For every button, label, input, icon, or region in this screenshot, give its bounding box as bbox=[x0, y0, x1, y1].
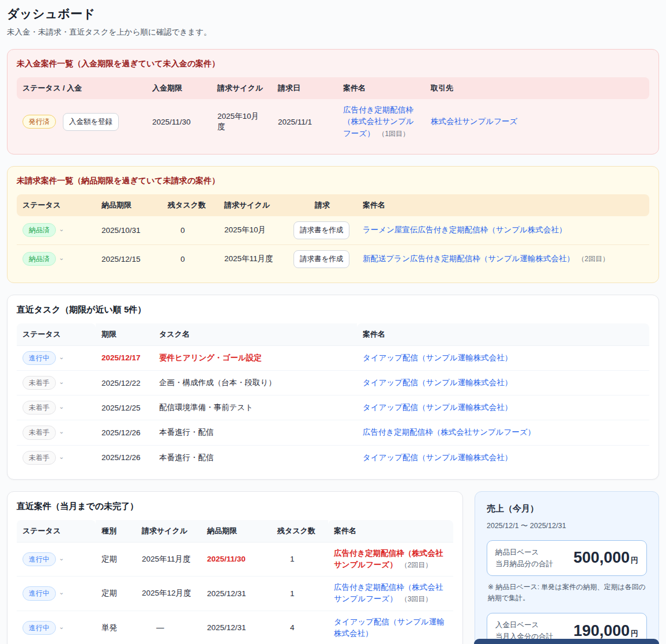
create-invoice-button[interactable]: 請求書を作成 bbox=[294, 221, 349, 239]
task-name: 要件ヒアリング・ゴール設定 bbox=[153, 345, 357, 370]
sales-card-label-total: 当月納品分の合計 bbox=[495, 558, 553, 570]
status-badge: 発行済 bbox=[22, 115, 56, 129]
col-header-delivery-due: 納品期限 bbox=[201, 520, 272, 543]
status-select[interactable]: 未着手 bbox=[22, 378, 64, 387]
project-link[interactable]: 新配送プラン広告付き定期配信枠（サンプル運輸株式会社） bbox=[363, 254, 574, 263]
task-name: 企画・構成作成（台本・段取り） bbox=[153, 370, 357, 395]
currency-unit: 円 bbox=[631, 556, 638, 564]
status-select[interactable]: 未着手 bbox=[22, 453, 64, 462]
status-badge: 未着手 bbox=[22, 376, 56, 390]
tasks-left-count: 4 bbox=[272, 611, 328, 644]
status-badge: 未着手 bbox=[22, 451, 56, 465]
task-name: 配信環境準備・事前テスト bbox=[153, 396, 357, 420]
status-select[interactable]: 未着手 bbox=[22, 403, 64, 412]
col-header-billing-cycle: 請求サイクル bbox=[212, 77, 272, 99]
table-row: 未着手 2025/12/25 配信環境準備・事前テスト タイアップ配信（サンプル… bbox=[17, 396, 649, 420]
status-badge: 未着手 bbox=[22, 425, 56, 439]
col-header-status: ステータス bbox=[17, 194, 96, 216]
table-row: 未着手 2025/12/26 本番進行・配信 広告付き定期配信枠（株式会社サンプ… bbox=[17, 420, 649, 445]
status-select[interactable]: 納品済 bbox=[22, 254, 64, 263]
chevron-down-icon bbox=[59, 255, 64, 263]
status-select[interactable]: 進行中 bbox=[22, 555, 64, 563]
sales-card-delivery-basis: 納品日ベース 当月納品分の合計 500,000円 bbox=[487, 540, 647, 576]
project-link[interactable]: 広告付き定期配信枠（株式会社サンプルフーズ） bbox=[363, 428, 535, 436]
project-link[interactable]: タイアップ配信（サンプル運輸株式会社） bbox=[363, 378, 512, 387]
register-payment-button[interactable]: 入金額を登録 bbox=[63, 113, 119, 131]
status-select[interactable]: 進行中 bbox=[22, 623, 64, 632]
table-row: 進行中 定期 2025年11月度 2025/11/30 1 広告付き定期配信枠（… bbox=[17, 542, 453, 577]
chevron-down-icon bbox=[59, 429, 64, 436]
task-name: 本番進行・配信 bbox=[153, 445, 357, 470]
table-row: 進行中 単発 — 2025/12/31 4 タイアップ配信（サンプル運輸株式会社… bbox=[17, 611, 453, 644]
currency-unit: 円 bbox=[631, 629, 638, 638]
delivery-due-date: 2025/12/31 bbox=[201, 577, 272, 611]
invoice-date: 2025/11/1 bbox=[272, 99, 337, 145]
client-link[interactable]: 株式会社サンプルフーズ bbox=[431, 117, 517, 126]
billing-cycle: 2025年10月 bbox=[219, 216, 288, 245]
status-badge: 未着手 bbox=[22, 401, 56, 415]
chevron-down-icon bbox=[59, 379, 64, 387]
col-header-tasks-left: 残タスク数 bbox=[272, 520, 328, 543]
task-due-date: 2025/12/17 bbox=[96, 345, 153, 370]
recent-tasks-title: 直近タスク（期限が近い順 5件） bbox=[17, 304, 649, 315]
status-select[interactable]: 納品済 bbox=[22, 225, 64, 234]
delivery-due-date: 2025/11/30 bbox=[201, 542, 272, 577]
project-link[interactable]: タイアップ配信（サンプル運輸株式会社） bbox=[363, 403, 512, 412]
col-header-project-name: 案件名 bbox=[328, 520, 453, 543]
unbilled-section-title: 未請求案件一覧（納品期限を過ぎていて未請求の案件） bbox=[17, 176, 649, 186]
table-row: 納品済 2025/10/31 0 2025年10月 請求書を作成 ラーメン屋宣伝… bbox=[17, 216, 649, 245]
sales-card-label-basis: 入金日ベース bbox=[495, 619, 553, 631]
unpaid-section: 未入金案件一覧（入金期限を過ぎていて未入金の案件） ステータス / 入金 入金期… bbox=[7, 49, 659, 155]
task-due-date: 2025/12/22 bbox=[96, 370, 153, 395]
unpaid-section-title: 未入金案件一覧（入金期限を過ぎていて未入金の案件） bbox=[17, 59, 649, 69]
sales-section: 売上（今月） 2025/12/1 〜 2025/12/31 納品日ベース 当月納… bbox=[475, 491, 659, 644]
col-header-billing-cycle: 請求サイクル bbox=[219, 194, 288, 216]
unpaid-table: ステータス / 入金 入金期限 請求サイクル 請求日 案件名 取引先 発行済 入… bbox=[17, 77, 649, 145]
sales-card-label-basis: 納品日ベース bbox=[495, 547, 553, 558]
status-badge: 進行中 bbox=[22, 586, 56, 600]
sales-amount: 500,000円 bbox=[573, 549, 638, 567]
delivery-due-date: 2025/10/31 bbox=[96, 216, 162, 245]
status-select[interactable]: 未着手 bbox=[22, 428, 64, 436]
project-link[interactable]: タイアップ配信（サンプル運輸株式会社） bbox=[334, 617, 445, 638]
create-invoice-button[interactable]: 請求書を作成 bbox=[294, 250, 349, 268]
col-header-invoice-date: 請求日 bbox=[272, 77, 337, 99]
status-select[interactable]: 進行中 bbox=[22, 589, 64, 597]
sales-period: 2025/12/1 〜 2025/12/31 bbox=[487, 521, 647, 531]
status-badge: 進行中 bbox=[22, 552, 56, 566]
table-row: 発行済 入金額を登録 2025/11/30 2025年10月度 2025/11/… bbox=[17, 99, 649, 145]
dashboard-page: ダッシュボード 未入金・未請求・直近タスクを上から順に確認できます。 未入金案件… bbox=[0, 0, 666, 644]
task-name: 本番進行・配信 bbox=[153, 420, 357, 445]
col-header-project-name: 案件名 bbox=[337, 77, 425, 99]
table-row: 未着手 2025/12/26 本番進行・配信 タイアップ配信（サンプル運輸株式会… bbox=[17, 445, 649, 470]
billing-cycle: 2025年11月度 bbox=[219, 244, 288, 273]
task-due-date: 2025/12/26 bbox=[96, 420, 153, 445]
col-header-task-name: タスク名 bbox=[153, 323, 357, 346]
chevron-down-icon bbox=[59, 556, 64, 563]
col-header-status-payment: ステータス / 入金 bbox=[17, 77, 146, 99]
col-header-status: ステータス bbox=[17, 323, 96, 346]
chevron-down-icon bbox=[59, 454, 64, 462]
task-due-date: 2025/12/26 bbox=[96, 445, 153, 470]
col-header-tasks-left: 残タスク数 bbox=[162, 194, 219, 216]
page-title: ダッシュボード bbox=[7, 6, 659, 22]
recent-projects-title: 直近案件（当月までの未完了） bbox=[17, 501, 453, 512]
project-link[interactable]: ラーメン屋宣伝広告付き定期配信枠（サンプル株式会社） bbox=[363, 225, 567, 234]
status-badge: 進行中 bbox=[22, 621, 56, 635]
sales-amount: 190,000円 bbox=[573, 622, 638, 640]
sales-note-delivery: ※ 納品日ベース: 単発は案件の納期、定期は各回の納期で集計。 bbox=[488, 582, 646, 604]
table-row: 進行中 定期 2025年12月度 2025/12/31 1 広告付き定期配信枠（… bbox=[17, 577, 453, 611]
project-occurrence: （1回目） bbox=[378, 130, 409, 138]
project-link[interactable]: タイアップ配信（サンプル運輸株式会社） bbox=[363, 353, 512, 362]
table-row: 未着手 2025/12/22 企画・構成作成（台本・段取り） タイアップ配信（サ… bbox=[17, 370, 649, 395]
project-link[interactable]: タイアップ配信（サンプル運輸株式会社） bbox=[363, 453, 512, 462]
page-subtitle: 未入金・未請求・直近タスクを上から順に確認できます。 bbox=[7, 27, 659, 37]
status-badge: 進行中 bbox=[22, 351, 56, 365]
project-occurrence: （2回目） bbox=[578, 255, 609, 263]
project-type: 定期 bbox=[96, 577, 136, 611]
unbilled-table: ステータス 納品期限 残タスク数 請求サイクル 請求 案件名 納品済 2025/… bbox=[17, 194, 649, 273]
recent-projects-table: ステータス 種別 請求サイクル 納品期限 残タスク数 案件名 進行中 定期 20… bbox=[17, 520, 453, 644]
col-header-project-name: 案件名 bbox=[357, 323, 649, 346]
status-select[interactable]: 進行中 bbox=[22, 353, 64, 362]
col-header-delivery-due: 納品期限 bbox=[96, 194, 162, 216]
